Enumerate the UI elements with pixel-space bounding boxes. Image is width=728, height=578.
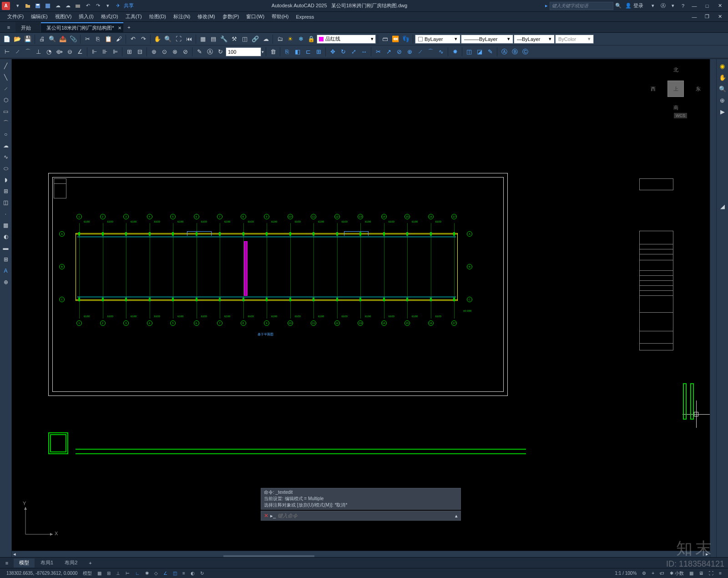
tb-markup-icon[interactable]: ☁ (261, 34, 271, 44)
command-input-row[interactable]: ✕ ▸_ ▴ (261, 511, 461, 521)
tb-dim-dia-icon[interactable]: ⊖ (65, 47, 75, 57)
menu-tools[interactable]: 工具(T) (122, 12, 146, 21)
doc-restore-icon[interactable]: ❐ (701, 12, 713, 22)
tb-publish-icon[interactable]: 📤 (58, 34, 68, 44)
menu-format[interactable]: 格式(O) (97, 12, 122, 21)
menu-file[interactable]: 文件(F) (4, 12, 27, 21)
menu-draw[interactable]: 绘图(D) (146, 12, 170, 21)
status-customize-icon[interactable]: ≡ (716, 571, 724, 576)
layout-tab-1[interactable]: 布局1 (35, 558, 59, 568)
draw-ellipsearc-icon[interactable]: ◗ (1, 175, 11, 185)
draw-polygon-icon[interactable]: ⬡ (1, 95, 11, 105)
menu-insert[interactable]: 插入(I) (75, 12, 97, 21)
tb-mod-explode-icon[interactable]: ✸ (450, 47, 460, 57)
tb-laystate-icon[interactable]: 🗃 (380, 34, 390, 44)
tb-mod-stretch-icon[interactable]: ↔ (359, 47, 369, 57)
share-icon[interactable]: ✈ (113, 1, 122, 10)
wcs-label[interactable]: WCS (674, 113, 687, 118)
qat-plot-icon[interactable] (73, 1, 82, 10)
tb-mod-array-icon[interactable]: ⊞ (313, 47, 324, 57)
status-snap-icon[interactable]: ⊞ (104, 571, 113, 576)
status-osnap-icon[interactable]: ◫ (170, 571, 180, 576)
tb-dimedit-icon[interactable]: ✎ (194, 47, 204, 57)
coords-readout[interactable]: 138302.6635, -87629.3612, 0.0000 (4, 571, 80, 576)
tb-mod-mirror-icon[interactable]: ◧ (293, 47, 303, 57)
tb-attr3-icon[interactable]: Ⓒ (520, 47, 530, 57)
status-transparency-icon[interactable]: ◐ (188, 571, 197, 576)
tb-dim-cont-icon[interactable]: ⊫ (110, 47, 120, 57)
tb-block-insert-icon[interactable]: ◪ (475, 47, 485, 57)
tb-dim-aligned-icon[interactable]: ⟋ (12, 47, 22, 57)
tb-dim-space-icon[interactable]: ⊞ (124, 47, 134, 57)
cmd-up-icon[interactable]: ▴ (455, 513, 458, 519)
tb-zoom-icon[interactable]: 🔍 (163, 34, 173, 44)
status-plus-icon[interactable]: + (649, 571, 657, 576)
tb-tool-icon[interactable]: 🔧 (219, 34, 229, 44)
tb-dim-arc-icon[interactable]: ⌒ (23, 47, 33, 57)
status-infer-icon[interactable]: ⊥ (113, 571, 123, 576)
qat-save-icon[interactable] (33, 1, 42, 10)
tab-new-icon[interactable]: + (124, 22, 134, 32)
status-model[interactable]: 模型 (80, 570, 95, 577)
tb-block-make-icon[interactable]: ◫ (464, 47, 474, 57)
draw-spline-icon[interactable]: ∿ (1, 152, 11, 162)
tb-mod-extend-icon[interactable]: ↗ (384, 47, 394, 57)
tb-lock-icon[interactable]: 🔒 (306, 34, 316, 44)
tb-layprev-icon[interactable]: ⏪ (390, 34, 400, 44)
hamburger-icon[interactable]: ≡ (4, 22, 14, 32)
status-iso-icon[interactable]: ◇ (152, 571, 161, 576)
tb-undo2-icon[interactable]: ↶ (128, 34, 138, 44)
tb-mod-move-icon[interactable]: ✥ (328, 47, 338, 57)
draw-addsel-icon[interactable]: ⊕ (1, 277, 11, 287)
tb-preview-icon[interactable]: 🔍 (47, 34, 57, 44)
draw-insert-icon[interactable]: ⊞ (1, 186, 11, 196)
status-workspace-icon[interactable]: ▦ (687, 571, 696, 576)
tb-dim-ord-icon[interactable]: ⊥ (33, 47, 43, 57)
menu-window[interactable]: 窗口(W) (243, 12, 268, 21)
tb-dim-ang-icon[interactable]: ∠ (75, 47, 85, 57)
layout-tab-2[interactable]: 布局2 (59, 558, 83, 568)
nav-orbit-icon[interactable]: ⊕ (718, 95, 728, 105)
nav-showmotion-icon[interactable]: ▶ (718, 106, 728, 117)
tab-active-document[interactable]: 某公司18米跨门刚厂房结构图*✕ (41, 22, 123, 32)
qat-saveas-icon[interactable] (43, 1, 52, 10)
tb-copy-icon[interactable]: ⎘ (93, 34, 103, 44)
status-grid-icon[interactable]: ▦ (95, 571, 104, 576)
draw-gradient-icon[interactable]: ◐ (1, 232, 11, 242)
tb-sun-icon[interactable]: ☀ (285, 34, 295, 44)
draw-region-icon[interactable]: ▬ (1, 243, 11, 253)
tb-mod-copy-icon[interactable]: ⎘ (282, 47, 292, 57)
nav-collapse-icon[interactable]: ◢ (718, 201, 728, 211)
qat-undo-icon[interactable]: ↶ (83, 1, 92, 10)
tb-center-icon[interactable]: ⊙ (159, 47, 169, 57)
draw-circle-icon[interactable]: ○ (1, 129, 11, 139)
tb-attr2-icon[interactable]: Ⓑ (510, 47, 520, 57)
close-icon[interactable]: ✕ (713, 1, 726, 11)
color-selector[interactable]: ByLayer▾ (415, 35, 460, 44)
tb-dim-rad-icon[interactable]: ◔ (44, 47, 54, 57)
menu-param[interactable]: 参数(P) (219, 12, 243, 21)
nav-zoom-icon[interactable]: 🔍 (718, 84, 728, 94)
draw-line-icon[interactable]: ╱ (1, 61, 11, 71)
doc-close-icon[interactable]: ✕ (713, 12, 726, 22)
tb-dimtext-icon[interactable]: Ⓐ (205, 47, 215, 57)
tb-block-edit-icon[interactable]: ✎ (485, 47, 495, 57)
qat-new-icon[interactable]: ▾ (13, 1, 22, 10)
maximize-icon[interactable]: □ (701, 1, 713, 11)
draw-mtext-icon[interactable]: A (1, 266, 11, 276)
drawing-canvas[interactable]: 北 南 西 东 上 WCS (12, 59, 710, 557)
layer-selector[interactable]: 品红线 ▾ (317, 35, 376, 44)
tb-dim-linear-icon[interactable]: ⊢ (2, 47, 12, 57)
app-logo[interactable]: A (2, 2, 10, 10)
tb-mod-blend-icon[interactable]: ∿ (436, 47, 446, 57)
status-polar-icon[interactable]: ✱ (142, 571, 152, 576)
tb-new-icon[interactable]: 📄 (2, 34, 12, 44)
tb-inspect-icon[interactable]: ⊗ (170, 47, 180, 57)
plotcolor-selector[interactable]: ByColor▾ (555, 35, 594, 44)
draw-rect-icon[interactable]: ▭ (1, 106, 11, 117)
tab-close-icon[interactable]: ✕ (118, 25, 121, 30)
linescale-input[interactable] (226, 47, 261, 56)
tb-mod-fillet-icon[interactable]: ⌒ (425, 47, 435, 57)
tb-cut-icon[interactable]: ✂ (82, 34, 92, 44)
tb-mod-chamfer-icon[interactable]: ⟋ (415, 47, 425, 57)
